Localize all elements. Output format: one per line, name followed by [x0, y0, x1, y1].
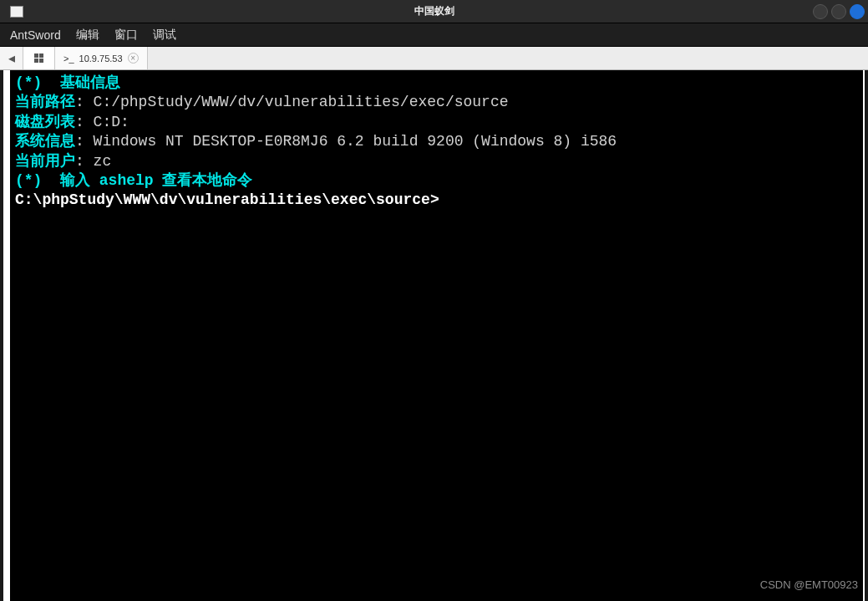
tab-close-button[interactable]: × — [128, 53, 139, 64]
term-disk-value: C:D: — [94, 114, 129, 130]
menu-debug[interactable]: 调试 — [153, 28, 176, 43]
term-path-value: C:/phpStudy/WWW/dv/vulnerabilities/exec/… — [94, 94, 509, 110]
tab-home[interactable] — [23, 47, 55, 69]
menu-window[interactable]: 窗口 — [114, 28, 138, 43]
grid-icon — [34, 53, 43, 63]
close-window-button[interactable] — [850, 4, 865, 19]
term-path-label: 当前路径 — [15, 94, 75, 110]
term-colon: : — [75, 114, 94, 130]
maximize-button[interactable] — [831, 4, 846, 19]
term-header: (*) 基础信息 — [15, 74, 120, 91]
tab-nav-prev[interactable]: ◂ — [0, 47, 23, 69]
terminal-icon: >_ — [63, 53, 74, 64]
terminal-output[interactable]: (*) 基础信息 当前路径: C:/phpStudy/WWW/dv/vulner… — [3, 70, 865, 601]
term-help-line: (*) 输入 ashelp 查看本地命令 — [15, 172, 252, 189]
tab-label: 10.9.75.53 — [79, 53, 123, 64]
window-controls — [813, 4, 865, 19]
titlebar: 中国蚁剑 — [0, 0, 868, 23]
watermark: CSDN @EMT00923 — [760, 578, 858, 591]
menubar: AntSword 编辑 窗口 调试 — [0, 23, 868, 47]
term-colon: : — [75, 94, 94, 110]
menu-edit[interactable]: 编辑 — [76, 28, 99, 43]
tabbar: ◂ >_ 10.9.75.53 × — [0, 47, 868, 70]
term-user-value: zc — [94, 153, 112, 170]
close-icon: × — [130, 54, 135, 63]
term-prompt: C:\phpStudy\WWW\dv\vulnerabilities\exec\… — [15, 191, 439, 208]
menu-antsword[interactable]: AntSword — [10, 28, 61, 42]
term-sys-label: 系统信息 — [15, 133, 75, 150]
term-colon: : — [75, 133, 94, 150]
term-sys-value: Windows NT DESKTOP-E0R8MJ6 6.2 build 920… — [94, 133, 617, 150]
minimize-button[interactable] — [813, 4, 828, 19]
tab-terminal[interactable]: >_ 10.9.75.53 × — [55, 47, 148, 69]
window-title: 中国蚁剑 — [414, 4, 454, 18]
chevron-left-icon: ◂ — [8, 50, 15, 66]
term-colon: : — [75, 153, 94, 170]
term-disk-label: 磁盘列表 — [15, 114, 75, 130]
term-user-label: 当前用户 — [15, 153, 75, 170]
app-icon — [10, 6, 23, 18]
